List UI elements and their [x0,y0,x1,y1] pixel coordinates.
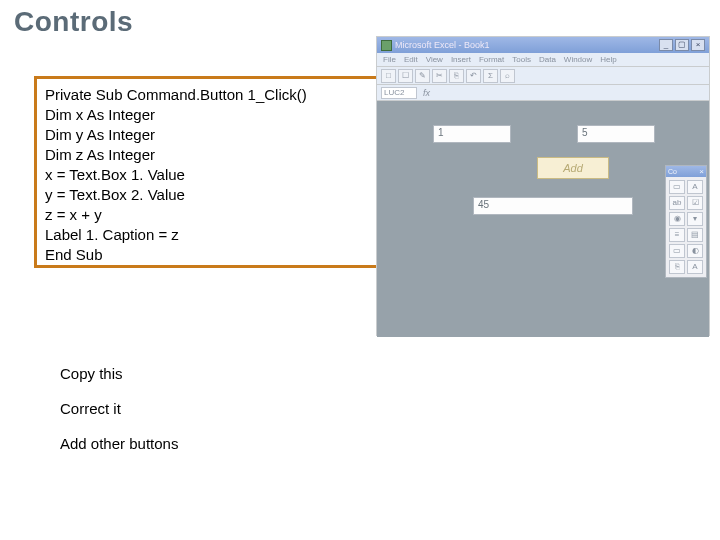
code-box: Private Sub Command.Button 1_Click() Dim… [34,76,386,268]
toolbox-grid: ▭ A ab ☑ ◉ ▾ ≡ ▤ ▭ ◐ ⎘ A [666,177,706,277]
menu-data[interactable]: Data [539,55,556,64]
worksheet-area: 1 5 Add 45 Co × ▭ A ab ☑ ◉ ▾ ≡ ▤ [377,101,709,337]
toolbox-item[interactable]: ab [669,196,685,210]
code-line: Dim x As Integer [45,105,375,125]
toolbar-button[interactable]: ☐ [398,69,413,83]
slide-title: Controls [14,6,133,38]
menu-tools[interactable]: Tools [512,55,531,64]
menu-window[interactable]: Window [564,55,592,64]
code-line: y = Text.Box 2. Value [45,185,375,205]
menu-help[interactable]: Help [600,55,616,64]
window-title: Microsoft Excel - Book1 [395,40,490,50]
menu-view[interactable]: View [426,55,443,64]
textbox-1[interactable]: 1 [433,125,511,143]
formula-bar: LUC2 fx [377,85,709,101]
menu-bar: File Edit View Insert Format Tools Data … [377,53,709,67]
instruction-item: Copy this [60,365,178,382]
menu-format[interactable]: Format [479,55,504,64]
toolbox-item[interactable]: A [687,260,703,274]
toolbox-panel: Co × ▭ A ab ☑ ◉ ▾ ≡ ▤ ▭ ◐ ⎘ A [665,165,707,278]
code-line: x = Text.Box 1. Value [45,165,375,185]
toolbox-item[interactable]: ◉ [669,212,685,226]
excel-window: Microsoft Excel - Book1 _ ▢ × File Edit … [376,36,710,336]
toolbox-item[interactable]: ▭ [669,180,685,194]
close-button[interactable]: × [691,39,705,51]
toolbox-item[interactable]: ⎘ [669,260,685,274]
toolbar-button[interactable]: ✎ [415,69,430,83]
excel-app-icon [381,40,392,51]
menu-insert[interactable]: Insert [451,55,471,64]
toolbox-item[interactable]: ☑ [687,196,703,210]
fx-label: fx [423,88,430,98]
result-label: 45 [473,197,633,215]
toolbar-button[interactable]: □ [381,69,396,83]
code-line: End Sub [45,245,375,265]
toolbox-item[interactable]: ▤ [687,228,703,242]
textbox-2[interactable]: 5 [577,125,655,143]
minimize-button[interactable]: _ [659,39,673,51]
toolbox-item[interactable]: ≡ [669,228,685,242]
slide: Controls Private Sub Command.Button 1_Cl… [0,0,720,540]
toolbar-button[interactable]: ↶ [466,69,481,83]
toolbox-item[interactable]: A [687,180,703,194]
instructions-list: Copy this Correct it Add other buttons [60,365,178,470]
toolbox-item[interactable]: ▭ [669,244,685,258]
instruction-item: Correct it [60,400,178,417]
code-line: z = x + y [45,205,375,225]
menu-edit[interactable]: Edit [404,55,418,64]
code-line: Dim z As Integer [45,145,375,165]
name-box[interactable]: LUC2 [381,87,417,99]
toolbar-button[interactable]: ⎘ [449,69,464,83]
toolbar-button[interactable]: ⌕ [500,69,515,83]
code-line: Dim y As Integer [45,125,375,145]
toolbox-title: Co [668,168,677,175]
toolbar-button[interactable]: Σ [483,69,498,83]
window-titlebar: Microsoft Excel - Book1 _ ▢ × [377,37,709,53]
maximize-button[interactable]: ▢ [675,39,689,51]
instruction-item: Add other buttons [60,435,178,452]
add-button[interactable]: Add [537,157,609,179]
code-line: Private Sub Command.Button 1_Click() [45,85,375,105]
toolbox-item[interactable]: ◐ [687,244,703,258]
code-line: Label 1. Caption = z [45,225,375,245]
window-buttons: _ ▢ × [659,39,705,51]
toolbar-button[interactable]: ✂ [432,69,447,83]
toolbar: □ ☐ ✎ ✂ ⎘ ↶ Σ ⌕ [377,67,709,85]
menu-file[interactable]: File [383,55,396,64]
userform-canvas: 1 5 Add 45 [377,101,661,337]
toolbox-close-icon[interactable]: × [699,167,704,176]
toolbox-header: Co × [666,166,706,177]
toolbox-item[interactable]: ▾ [687,212,703,226]
